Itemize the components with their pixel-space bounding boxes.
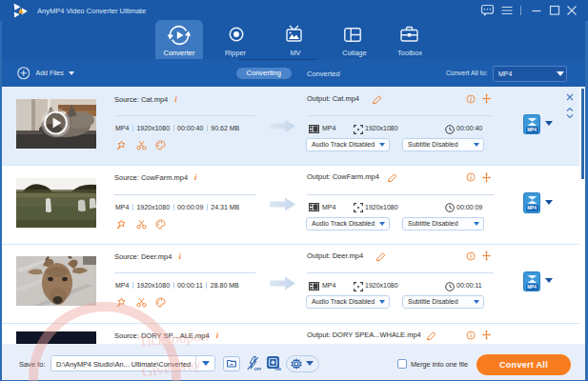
svg-text:OFF: OFF xyxy=(254,367,262,371)
svg-text:ON: ON xyxy=(275,367,281,371)
